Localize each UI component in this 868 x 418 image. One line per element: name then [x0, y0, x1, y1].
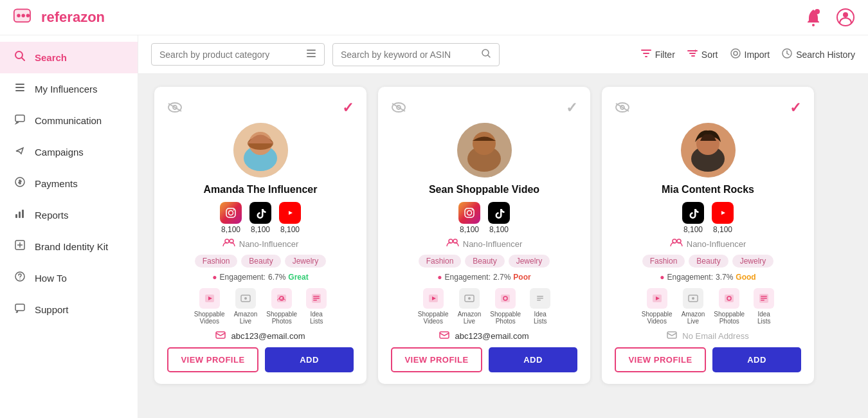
shoppable-photos-label: ShoppablePhotos	[266, 311, 297, 325]
keyword-search[interactable]	[332, 43, 500, 66]
sidebar-item-support[interactable]: Support	[0, 294, 138, 325]
card-3-add-button[interactable]: ADD	[712, 347, 801, 372]
notification-icon[interactable]	[804, 8, 823, 27]
idea-lists-btn[interactable]: IdeaLists	[306, 288, 327, 325]
idea-list-icon	[306, 288, 327, 309]
top-nav: referazon	[0, 0, 868, 35]
card-2-view-button[interactable]: VIEW PROFILE	[391, 347, 482, 372]
card-1-eye-icon[interactable]	[167, 101, 183, 116]
sidebar-item-reports-label: Reports	[35, 210, 69, 221]
card3-shoppable-photos-btn[interactable]: ShoppablePhotos	[714, 288, 745, 325]
card3-amazon-live-btn[interactable]: AmazonLive	[682, 288, 705, 325]
sidebar-item-support-label: Support	[35, 304, 69, 315]
card3-shoppable-videos-btn[interactable]: ShoppableVideos	[642, 288, 673, 325]
support-icon	[13, 302, 27, 317]
sidebar-item-my-influencers[interactable]: My Influencers	[0, 73, 138, 105]
card-3-youtube[interactable]: 8,100	[712, 202, 734, 234]
import-icon	[730, 48, 741, 61]
card-1-add-button[interactable]: ADD	[265, 347, 354, 372]
user-icon[interactable]	[836, 8, 855, 27]
engagement-label: Engagement:	[220, 273, 266, 282]
import-button[interactable]: Import	[730, 48, 770, 61]
card-1-tiktok[interactable]: 8,100	[249, 202, 271, 234]
filter-icon	[640, 48, 652, 61]
shoppable-video-icon	[199, 288, 220, 309]
card-3-view-button[interactable]: VIEW PROFILE	[615, 347, 706, 372]
svg-point-6	[815, 9, 820, 14]
svg-point-2	[17, 14, 20, 17]
card-1-view-button[interactable]: VIEW PROFILE	[167, 347, 258, 372]
card2-idea-lists-label: IdeaLists	[534, 311, 547, 325]
history-icon	[781, 48, 793, 61]
idea-lists-label: IdeaLists	[310, 311, 323, 325]
history-button[interactable]: Search History	[781, 48, 855, 61]
sidebar-item-search[interactable]: Search	[0, 42, 138, 73]
sidebar-item-campaigns[interactable]: Campaigns	[0, 136, 138, 168]
card3-idea-lists-label: IdeaLists	[757, 311, 771, 325]
card3-shoppable-photos-label: ShoppablePhotos	[714, 311, 745, 325]
card-3-tiktok[interactable]: 8,100	[682, 202, 704, 234]
card-1-actions: ShoppableVideos AmazonLive ShoppablePhot…	[167, 288, 354, 325]
card3-tiktok-badge	[682, 202, 704, 224]
shoppable-photos-btn[interactable]: ShoppablePhotos	[266, 288, 297, 325]
card-3-eye-icon[interactable]	[615, 101, 630, 116]
sidebar-item-how-to[interactable]: How To	[0, 262, 138, 294]
card3-shoppable-photo-icon	[719, 288, 739, 309]
card-1-youtube[interactable]: 8,100	[279, 202, 301, 234]
engagement-icon-2: ●	[437, 273, 442, 282]
category-list-icon	[306, 48, 316, 60]
keyword-input[interactable]	[341, 50, 476, 60]
card-3-check-icon: ✓	[790, 100, 801, 116]
shoppable-videos-btn[interactable]: ShoppableVideos	[194, 288, 225, 325]
card-2-name: Sean Shoppable Video	[391, 184, 577, 195]
tag-beauty-3: Beauty	[689, 255, 728, 268]
svg-point-8	[843, 12, 848, 17]
reports-icon	[13, 208, 27, 223]
svg-rect-93	[761, 296, 767, 297]
card-2-actions: ShoppableVideos AmazonLive ShoppablePhot…	[391, 288, 577, 325]
svg-rect-12	[15, 90, 24, 91]
card2-amazon-live-btn[interactable]: AmazonLive	[458, 288, 482, 325]
campaigns-icon	[13, 145, 27, 159]
category-search[interactable]	[151, 43, 325, 66]
card3-idea-lists-btn[interactable]: IdeaLists	[754, 288, 774, 325]
card2-shoppable-photo-icon	[495, 288, 516, 309]
amazon-live-btn[interactable]: AmazonLive	[234, 288, 258, 325]
sidebar-item-brand-identity-kit[interactable]: Brand Identity Kit	[0, 231, 138, 262]
card-2-add-button[interactable]: ADD	[489, 347, 577, 372]
svg-point-3	[22, 14, 25, 17]
card2-idea-lists-btn[interactable]: IdeaLists	[530, 288, 550, 325]
sort-button[interactable]: Sort	[687, 48, 718, 61]
sidebar-item-search-label: Search	[35, 52, 67, 63]
brand-icon	[13, 239, 27, 254]
card2-shoppable-photos-btn[interactable]: ShoppablePhotos	[490, 288, 521, 325]
card-1-instagram[interactable]: 8,100	[220, 202, 242, 234]
card-2-socials: 8,100 8,100	[391, 202, 577, 234]
svg-rect-95	[761, 300, 764, 301]
payments-icon	[13, 176, 27, 191]
svg-rect-96	[667, 332, 676, 338]
import-label: Import	[745, 50, 770, 60]
card-1-avatar	[167, 123, 354, 177]
sidebar-item-reports[interactable]: Reports	[0, 199, 138, 231]
card-2-eye-icon[interactable]	[391, 101, 406, 116]
group-icon	[222, 238, 235, 250]
svg-point-61	[467, 211, 472, 215]
card-2-type-label: Nano-Influencer	[463, 239, 523, 249]
tiktok-badge	[249, 202, 271, 224]
app-name: referazon	[41, 9, 105, 26]
sort-icon	[687, 48, 698, 61]
nav-right	[804, 8, 855, 27]
sidebar-item-communication[interactable]: Communication	[0, 105, 138, 136]
category-input[interactable]	[159, 50, 301, 60]
logo[interactable]: referazon	[13, 6, 105, 29]
card2-group-icon	[446, 238, 459, 250]
filter-button[interactable]: Filter	[640, 48, 675, 61]
card-3-top-icons: ✓	[615, 100, 801, 116]
card2-shoppable-videos-btn[interactable]: ShoppableVideos	[418, 288, 449, 325]
card-2-instagram[interactable]: 8,100	[458, 202, 480, 234]
card-1-check-icon: ✓	[342, 100, 354, 116]
card-2-tiktok[interactable]: 8,100	[488, 202, 510, 234]
svg-rect-17	[22, 210, 24, 218]
sidebar-item-payments[interactable]: Payments	[0, 168, 138, 199]
